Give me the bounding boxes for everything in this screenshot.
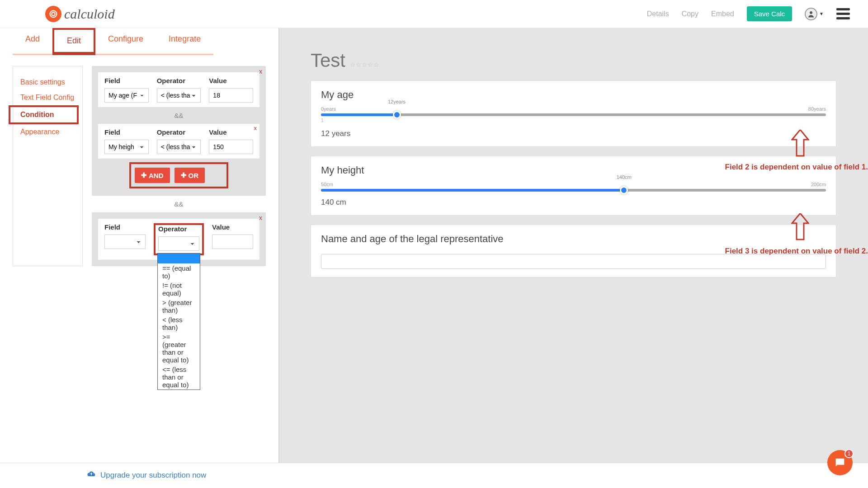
operator-option-gt[interactable]: > (greater than)	[158, 298, 200, 315]
app-header: calculoid Details Copy Embed Save Calc ▼	[0, 0, 868, 28]
close-icon[interactable]: x	[259, 68, 262, 75]
field-select-3[interactable]	[104, 235, 146, 249]
slider-thumb[interactable]	[620, 186, 628, 194]
nav-embed[interactable]: Embed	[711, 10, 734, 18]
operator-select-2[interactable]: < (less tha	[157, 140, 201, 154]
tab-add[interactable]: Add	[13, 28, 52, 55]
preview-pane: Test ☆☆☆☆☆ My age 0years 80years 12years…	[279, 28, 868, 463]
slider-current-label: 140cm	[617, 174, 632, 180]
header-right: Details Copy Embed Save Calc ▼	[647, 6, 850, 21]
field-result: 140 cm	[321, 198, 826, 207]
hamburger-menu[interactable]	[836, 8, 850, 19]
tab-configure[interactable]: Configure	[95, 28, 156, 55]
field-label: Field	[104, 223, 146, 231]
plus-icon: ✚	[181, 171, 187, 179]
condition-row-3: Field Operator == (equal to) != (not equ…	[98, 219, 259, 260]
cloud-upload-icon	[86, 469, 97, 481]
slider-min-label: 50cm	[321, 182, 333, 187]
slider-thumb[interactable]	[393, 111, 401, 119]
field-label: Field	[104, 77, 149, 84]
operator-select-1[interactable]: < (less tha	[157, 88, 201, 103]
add-or-button[interactable]: ✚OR	[175, 168, 205, 183]
field-label: Field	[104, 128, 149, 136]
user-menu[interactable]: ▼	[805, 8, 824, 20]
save-calc-button[interactable]: Save Calc	[747, 6, 792, 21]
close-icon[interactable]: x	[254, 125, 257, 131]
arrow-up-icon	[791, 130, 809, 157]
sidenav-text-field-config[interactable]: Text Field Config	[19, 90, 77, 105]
upgrade-link[interactable]: Upgrade your subscription now	[100, 471, 206, 480]
sidenav-condition[interactable]: Condition	[19, 107, 77, 122]
value-label: Value	[212, 223, 253, 231]
chevron-down-icon: ▼	[819, 11, 824, 16]
annotation-2: Field 3 is dependent on value of field 2…	[725, 247, 868, 256]
operator-option-ge[interactable]: >= (greater than or equal to)	[158, 332, 200, 365]
chat-badge: 1	[844, 449, 854, 458]
condition-builder: x Field My age (F Operator < (less tha V…	[92, 66, 266, 266]
nav-details[interactable]: Details	[647, 10, 669, 18]
field-title: Name and age of the legal representative	[321, 233, 826, 245]
arrow-up-icon	[791, 213, 809, 240]
condition-group-1: x Field My age (F Operator < (less tha V…	[92, 66, 266, 196]
editor-tabs: Add Edit Configure Integrate	[13, 28, 266, 55]
value-input-1[interactable]	[209, 88, 253, 103]
close-icon[interactable]: x	[259, 214, 262, 221]
operator-option-le[interactable]: <= (less than or equal to)	[158, 365, 200, 389]
operator-label: Operator	[158, 225, 199, 233]
field-card-age: My age 0years 80years 12years 1 12 years	[311, 80, 836, 147]
value-label: Value	[209, 128, 253, 136]
value-label: Value	[209, 77, 253, 84]
add-and-button[interactable]: ✚AND	[135, 168, 170, 183]
height-slider[interactable]	[321, 189, 826, 192]
svg-point-0	[810, 11, 812, 14]
rating-stars[interactable]: ☆☆☆☆☆	[350, 61, 379, 68]
sidenav-basic-settings[interactable]: Basic settings	[19, 75, 77, 90]
and-separator: &&	[98, 107, 259, 124]
avatar-icon	[805, 8, 817, 20]
condition-row-2: x Field My heigh Operator < (less tha Va…	[98, 124, 259, 159]
chat-button[interactable]: 1	[827, 450, 853, 475]
calculator-title: Test	[311, 50, 345, 71]
field-result: 12 years	[321, 129, 826, 138]
slider-max-label: 80years	[808, 106, 826, 112]
operator-select-3[interactable]	[158, 236, 199, 251]
logo-icon	[45, 6, 61, 22]
field-select-2[interactable]: My heigh	[104, 140, 149, 154]
plus-icon: ✚	[141, 171, 147, 179]
age-slider[interactable]	[321, 113, 826, 116]
field-select-1[interactable]: My age (F	[104, 88, 149, 103]
value-input-3[interactable]	[212, 235, 253, 249]
operator-label: Operator	[157, 77, 201, 84]
footer: Upgrade your subscription now	[0, 463, 868, 487]
field-settings-nav: Basic settings Text Field Config Conditi…	[13, 66, 83, 266]
operator-label: Operator	[157, 128, 201, 136]
sidenav-appearance[interactable]: Appearance	[19, 124, 77, 140]
operator-option-lt[interactable]: < (less than)	[158, 315, 200, 332]
brand-logo[interactable]: calculoid	[45, 6, 115, 22]
operator-option-ne[interactable]: != (not equal)	[158, 281, 200, 298]
operator-dropdown: == (equal to) != (not equal) > (greater …	[157, 253, 200, 390]
legal-rep-input[interactable]	[321, 254, 826, 269]
slider-max-label: 200cm	[811, 182, 826, 187]
annotation-1: Field 2 is dependent on value of field 1…	[725, 163, 868, 172]
condition-group-2: x Field Operator == (equal to)	[92, 212, 266, 266]
nav-copy[interactable]: Copy	[682, 10, 698, 18]
preview-title-row: Test ☆☆☆☆☆	[311, 50, 836, 71]
slider-min-label: 0years	[321, 106, 336, 112]
condition-row-1: Field My age (F Operator < (less tha Val…	[98, 72, 259, 107]
tab-integrate[interactable]: Integrate	[156, 28, 213, 55]
editor-pane: Add Edit Configure Integrate Basic setti…	[0, 28, 279, 463]
chat-icon	[834, 456, 846, 469]
operator-option-eq[interactable]: == (equal to)	[158, 263, 200, 281]
slider-current-label: 12years	[388, 99, 406, 104]
value-input-2[interactable]	[209, 140, 253, 154]
brand-name: calculoid	[64, 6, 115, 22]
and-separator: &&	[92, 196, 266, 212]
tab-edit[interactable]: Edit	[54, 30, 94, 53]
operator-option-blank[interactable]	[158, 253, 200, 263]
